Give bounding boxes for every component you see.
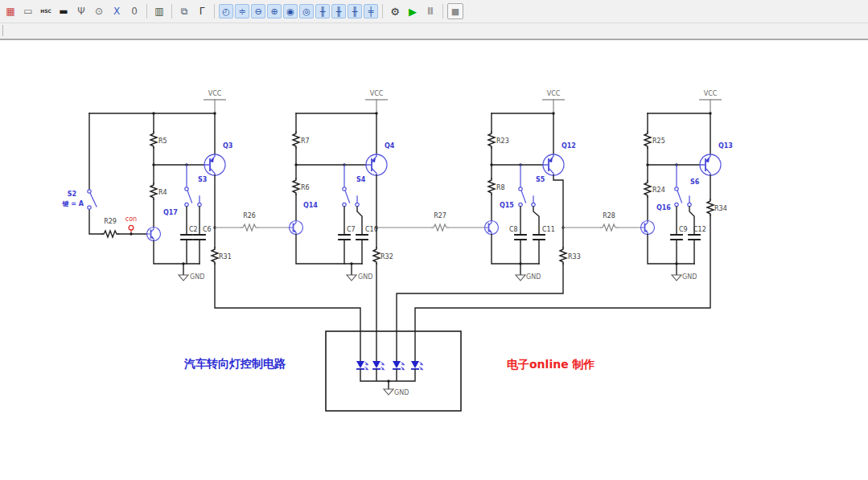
- resistor-r7-label: R7: [301, 137, 310, 145]
- resistor-R32[interactable]: [373, 248, 380, 264]
- logic-analyzer-icon[interactable]: ╫: [331, 4, 346, 18]
- resistor-R31[interactable]: [212, 248, 218, 264]
- transistor-Q17[interactable]: [147, 228, 161, 241]
- vcc-label: VCC: [208, 90, 222, 97]
- toolbar-separator: [442, 4, 443, 18]
- capacitor-c11-label: C11: [542, 226, 555, 233]
- vcc-label: VCC: [547, 90, 561, 97]
- bode-plotter-icon[interactable]: ◉: [283, 4, 298, 18]
- resistor-R4[interactable]: [150, 183, 157, 199]
- stop-simulation-button[interactable]: ■: [447, 3, 463, 19]
- led-lamp[interactable]: [356, 361, 368, 370]
- resistor-R5[interactable]: [150, 132, 157, 148]
- instrument-toolbar-left: ▦▭HSC▬Ψ⊙X0: [2, 3, 143, 19]
- agilent-oscilloscope-icon[interactable]: ▬: [56, 3, 72, 19]
- word-generator-icon[interactable]: ╫: [315, 4, 330, 18]
- battery-icon[interactable]: 0: [126, 3, 142, 19]
- xspice-icon[interactable]: X: [109, 3, 125, 19]
- transistor-q12-label: Q12: [562, 142, 576, 150]
- hsc-instrument-icon[interactable]: HSC: [38, 3, 54, 19]
- circuit-title-text: 汽车转向灯控制电路: [183, 357, 286, 370]
- ground-symbol[interactable]: [347, 275, 356, 281]
- resistor-R34[interactable]: [707, 199, 714, 215]
- oscilloscope-icon[interactable]: ⊕: [267, 4, 282, 18]
- capacitor-C6[interactable]: [194, 235, 205, 240]
- capacitor-C12[interactable]: [689, 235, 700, 240]
- measurement-probe-icon[interactable]: ⊙: [91, 3, 107, 19]
- capacitor-C10[interactable]: [356, 235, 368, 240]
- ground-symbol[interactable]: [384, 389, 393, 395]
- capacitor-C11[interactable]: [533, 235, 545, 240]
- agilent-function-generator-icon[interactable]: ▭: [20, 3, 36, 19]
- toolbar-strip: [0, 23, 868, 40]
- capacitor-C7[interactable]: [339, 235, 350, 240]
- stage-3: VCC R23 R8 Q12 S5 C8 C11 Q15 GND: [397, 90, 641, 361]
- schematic-canvas[interactable]: VCC S2 键 = A R29 con R5 R4 Q3 S3: [0, 40, 868, 480]
- pause-simulation-button[interactable]: Ⅱ: [422, 3, 438, 19]
- transistor-Q13[interactable]: [700, 154, 721, 175]
- switch-S4[interactable]: [343, 165, 350, 207]
- resistor-r26-label: R26: [243, 212, 256, 219]
- capacitor-c9-label: C9: [679, 226, 688, 233]
- gnd-label: GND: [682, 273, 697, 281]
- logic-converter-icon[interactable]: ╫: [348, 4, 362, 18]
- transistor-q4-label: Q4: [385, 142, 395, 150]
- switch-S6[interactable]: [675, 165, 682, 207]
- capacitor-c6-label: C6: [203, 226, 212, 233]
- resistor-R23[interactable]: [488, 132, 495, 148]
- resistor-R24[interactable]: [644, 181, 651, 197]
- resistor-R25[interactable]: [644, 132, 651, 148]
- led-box: GND: [326, 331, 461, 411]
- switch-s2-key-note: 键 = A: [62, 200, 84, 207]
- led-lamp[interactable]: [393, 361, 405, 370]
- transistor-Q15[interactable]: [485, 221, 499, 235]
- switch-s2-label: S2: [68, 191, 76, 198]
- resistor-R7[interactable]: [293, 132, 299, 148]
- capacitor-c7-label: C7: [347, 226, 356, 233]
- capacitor-C9[interactable]: [671, 235, 682, 240]
- hierarchy-icon[interactable]: ⧉: [176, 3, 192, 19]
- transistor-Q14[interactable]: [290, 221, 303, 235]
- simulation-settings-button[interactable]: ⚙: [387, 3, 403, 19]
- capacitor-C2[interactable]: [181, 235, 192, 240]
- led-lamp[interactable]: [372, 361, 385, 370]
- frequency-counter-icon[interactable]: ◎: [299, 4, 314, 18]
- transistor-Q4[interactable]: [366, 154, 387, 175]
- transistor-Q16[interactable]: [641, 221, 655, 235]
- resistor-R8[interactable]: [488, 178, 495, 195]
- step-signal-icon[interactable]: Γ: [194, 3, 210, 19]
- run-simulation-button[interactable]: ▶: [405, 3, 421, 19]
- transistor-Q12[interactable]: [543, 154, 564, 175]
- ic-chip-icon[interactable]: ▥: [151, 3, 167, 19]
- ground-symbol[interactable]: [179, 275, 188, 281]
- resistor-R29[interactable]: [102, 231, 118, 237]
- switch-S3[interactable]: [185, 165, 192, 207]
- resistor-r32-label: R32: [381, 253, 393, 261]
- resistor-R27[interactable]: [432, 224, 448, 231]
- switch-S2[interactable]: [88, 190, 97, 209]
- resistor-R28[interactable]: [601, 224, 617, 231]
- resistor-r29-label: R29: [104, 218, 117, 225]
- agilent-multimeter-icon[interactable]: ▦: [2, 3, 19, 19]
- wiring-toolbar: ⧉Γ: [175, 3, 211, 19]
- resistor-R33[interactable]: [560, 248, 566, 264]
- resistor-R6[interactable]: [293, 178, 299, 195]
- multimeter-icon[interactable]: ◴: [219, 4, 233, 18]
- ground-symbol[interactable]: [672, 275, 681, 281]
- ground-symbol[interactable]: [516, 275, 525, 281]
- distortion-analyzer-icon[interactable]: ╪: [364, 4, 378, 18]
- capacitor-c12-label: C12: [693, 226, 706, 233]
- transistor-q14-label: Q14: [303, 202, 318, 209]
- resistor-R26[interactable]: [241, 224, 257, 231]
- stop-icon: ■: [451, 7, 459, 16]
- function-generator-icon[interactable]: ≑: [235, 4, 249, 18]
- toolbar-gripper: [2, 25, 3, 36]
- switch-S5[interactable]: [519, 165, 526, 207]
- led-lamp[interactable]: [411, 361, 423, 370]
- play-icon: ▶: [409, 6, 417, 17]
- antenna-icon[interactable]: Ψ: [73, 3, 89, 19]
- transistor-Q3[interactable]: [204, 154, 225, 175]
- capacitor-C8[interactable]: [515, 235, 526, 240]
- wattmeter-icon[interactable]: ⊖: [251, 4, 265, 18]
- vcc-label: VCC: [704, 90, 718, 97]
